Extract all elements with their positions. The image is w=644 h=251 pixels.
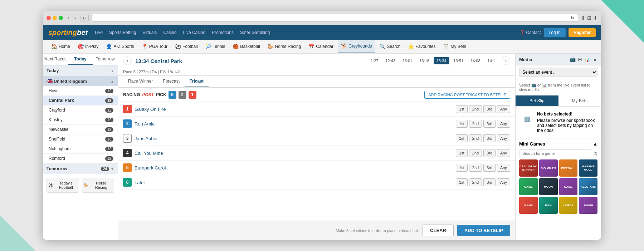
place-3rd-1[interactable]: 3rd [483, 105, 496, 113]
sidebar-item-nottingham[interactable]: Nottingham 12 [43, 144, 118, 154]
nav-sports-betting[interactable]: Sports Betting [109, 29, 136, 36]
place-any-1[interactable]: Any [497, 105, 510, 113]
time-tab-0[interactable]: 1:27 [368, 57, 381, 64]
uk-subsection[interactable]: 🇬🇧 United Kingdom ▲ [43, 76, 118, 86]
game-lords[interactable]: LORDS [559, 197, 578, 214]
nav-item-basketball[interactable]: 🏀 Basketball [230, 40, 263, 53]
today-section[interactable]: Today ▲ [43, 65, 118, 76]
url-bar[interactable]: ↻ [92, 14, 578, 22]
place-1st-4[interactable]: 1st [456, 149, 468, 157]
tv-icon[interactable]: 📺 [570, 56, 576, 62]
place-1st-2[interactable]: 1st [456, 120, 468, 128]
place-3rd-3[interactable]: 3rd [483, 134, 496, 142]
nav-item-favourites[interactable]: ⭐ Favourites [405, 40, 438, 53]
login-button[interactable]: Log In [544, 28, 566, 37]
todays-football-btn[interactable]: ⚽ Today's Football [47, 178, 79, 193]
mini-games-collapse-icon[interactable]: ▲ [593, 141, 597, 147]
place-1st-5[interactable]: 1st [456, 164, 468, 172]
place-1st-3[interactable]: 1st [456, 134, 468, 142]
nav-item-football[interactable]: ⚽ Football [172, 40, 201, 53]
sidebar-item-newcastle[interactable]: Newcastle 12 [43, 125, 118, 134]
share-button[interactable]: ⬆ [581, 15, 585, 21]
nav-item-home[interactable]: 🏠 Home [48, 40, 73, 53]
race-next-button[interactable]: › [502, 56, 510, 65]
place-3rd-5[interactable]: 3rd [483, 164, 496, 172]
game-big-mmas[interactable]: BIG MMA'S [539, 159, 558, 177]
game-fish[interactable]: FISH [539, 197, 558, 214]
place-2nd-6[interactable]: 2nd [469, 178, 482, 186]
game-7[interactable]: GAME [559, 178, 578, 195]
betslip-tab-betslip[interactable]: Bet Slip [516, 95, 558, 106]
nav-item-inplay[interactable]: 🎯 In-Play [75, 40, 101, 53]
game-5[interactable]: GAME [519, 178, 538, 195]
nav-safer-gambling[interactable]: Safer Gambling [240, 29, 270, 36]
sort-icon[interactable]: ⇅ [594, 151, 597, 156]
graph-icon[interactable]: 📊 [584, 56, 590, 62]
nav-item-my-bets[interactable]: 📋 My Bets [440, 40, 469, 53]
horse-racing-btn[interactable]: 🐎 Horse Racing [82, 178, 114, 193]
nav-item-greyhounds[interactable]: 🐕 Greyhounds [338, 40, 375, 53]
sidebar-item-central-park[interactable]: Central Park 12 [43, 96, 118, 105]
sidebar-item-kinsley[interactable]: Kinsley 12 [43, 115, 118, 125]
place-2nd-4[interactable]: 2nd [469, 149, 482, 157]
betslip-tab-my-bets[interactable]: My Bets [558, 95, 601, 106]
event-select[interactable]: Select an event ... [519, 68, 597, 77]
place-any-6[interactable]: Any [497, 178, 510, 186]
time-tab-1[interactable]: 12:43 [382, 57, 398, 64]
tomorrow-section[interactable]: Tomorrow 24 ▼ [43, 163, 118, 174]
download-button[interactable]: ⬇ [593, 15, 597, 21]
game-fireball[interactable]: FIREBALL [559, 159, 578, 177]
game-moon[interactable]: MOON [539, 178, 558, 195]
logo[interactable]: sportingbet [48, 29, 88, 37]
place-any-4[interactable]: Any [497, 149, 510, 157]
place-2nd-2[interactable]: 2nd [469, 120, 482, 128]
sidebar-item-romford[interactable]: Romford 12 [43, 154, 118, 163]
game-allstars[interactable]: ALLSTARS [579, 178, 597, 195]
sidebar-item-hove[interactable]: Hove 12 [43, 86, 118, 96]
sub-tab-tricast[interactable]: Tricast [185, 76, 209, 87]
place-2nd-3[interactable]: 2nd [469, 134, 482, 142]
tab-icon[interactable]: ⊟ [80, 15, 89, 21]
place-1st-1[interactable]: 1st [456, 105, 468, 113]
tab-next-races[interactable]: Next Races [43, 54, 68, 65]
nav-virtuals[interactable]: Virtuals [142, 29, 157, 36]
time-tab-5[interactable]: 13:51 [451, 57, 467, 64]
place-any-5[interactable]: Any [497, 164, 510, 172]
contact-button[interactable]: ❓ Contact [519, 30, 541, 35]
time-tab-7[interactable]: 14:1 [485, 57, 498, 64]
nav-live-casino[interactable]: Live Casino [183, 29, 206, 36]
clear-button[interactable]: CLEAR [423, 225, 454, 236]
game-deal-or-no[interactable]: DEAL OR NO BANKER [519, 159, 538, 177]
nav-item-calendar[interactable]: 📅 Calendar [306, 40, 336, 53]
new-tab-button[interactable]: ⊞ [587, 15, 591, 21]
nav-casino[interactable]: Casino [163, 29, 176, 36]
minimize-dot[interactable] [53, 16, 57, 20]
tab-tomorrow[interactable]: Tomorrow [93, 54, 118, 65]
nav-item-az-sports[interactable]: 👤 A-Z Sports [103, 40, 137, 53]
place-3rd-4[interactable]: 3rd [483, 149, 496, 157]
place-1st-6[interactable]: 1st [456, 178, 468, 186]
game-9[interactable]: GAME [519, 197, 538, 214]
back-button[interactable]: ‹ [66, 14, 71, 21]
place-any-2[interactable]: Any [497, 120, 510, 128]
sub-tab-forecast[interactable]: Forecast [158, 76, 185, 87]
forward-button[interactable]: › [73, 14, 78, 21]
game-joker[interactable]: JOKER [579, 197, 597, 214]
nav-item-pga[interactable]: 📍 PGA Tour [139, 40, 170, 53]
nav-item-tennis[interactable]: 🎾 Tennis [203, 40, 228, 53]
nav-item-horse-racing[interactable]: 🐎 Horse Racing [265, 40, 304, 53]
refresh-icon[interactable]: ↻ [571, 15, 574, 20]
time-tab-6[interactable]: 14:08 [468, 57, 483, 64]
sub-tab-race-winner[interactable]: Race Winner [123, 76, 158, 87]
collapse-icon[interactable]: ▲ [592, 56, 597, 62]
tab-today[interactable]: Today [68, 54, 93, 65]
place-any-3[interactable]: Any [497, 134, 510, 142]
expand-dot[interactable] [59, 16, 63, 20]
close-dot[interactable] [47, 16, 51, 20]
register-button[interactable]: Register [569, 28, 596, 37]
time-tab-2[interactable]: 13:01 [400, 57, 415, 64]
nav-item-search[interactable]: 🔍 Search [376, 40, 403, 53]
race-prev-button[interactable]: ‹ [123, 56, 132, 65]
add-to-betslip-button[interactable]: ADD TO BETSLIP [457, 225, 510, 236]
game-massive-gold[interactable]: MASSIVE GOLD [579, 159, 597, 177]
